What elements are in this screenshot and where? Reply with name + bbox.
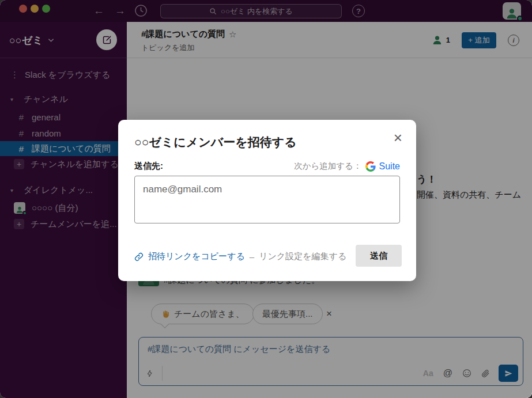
slack-app-window: ← → ○○ゼミ 内を検索する ?: [0, 0, 532, 398]
add-from-label: 次から追加する：: [294, 161, 361, 172]
link-chain-icon: [134, 252, 144, 261]
links-separator: –: [250, 252, 254, 261]
google-g-icon: [365, 161, 376, 172]
recipient-row: 送信先: 次から追加する： Suite: [134, 161, 400, 172]
to-label: 送信先:: [134, 161, 163, 172]
send-invite-button[interactable]: 送信: [356, 245, 402, 267]
dialog-footer: 招待リンクをコピーする – リンク設定を編集する: [134, 251, 346, 262]
gsuite-label: Suite: [379, 161, 400, 172]
invite-members-dialog: ○○ゼミにメンバーを招待する × 送信先: 次から追加する： Suite: [118, 120, 416, 281]
add-from-gsuite-link[interactable]: 次から追加する： Suite: [294, 161, 400, 172]
close-dialog-button[interactable]: ×: [394, 130, 402, 145]
dialog-title: ○○ゼミにメンバーを招待する: [134, 134, 297, 150]
copy-link-label: 招待リンクをコピーする: [148, 251, 245, 262]
invite-email-input[interactable]: [134, 176, 400, 223]
edit-link-settings-button[interactable]: リンク設定を編集する: [259, 251, 346, 262]
copy-invite-link-button[interactable]: 招待リンクをコピーする: [134, 251, 245, 262]
app-window: ← → ○○ゼミ 内を検索する ?: [0, 0, 532, 398]
